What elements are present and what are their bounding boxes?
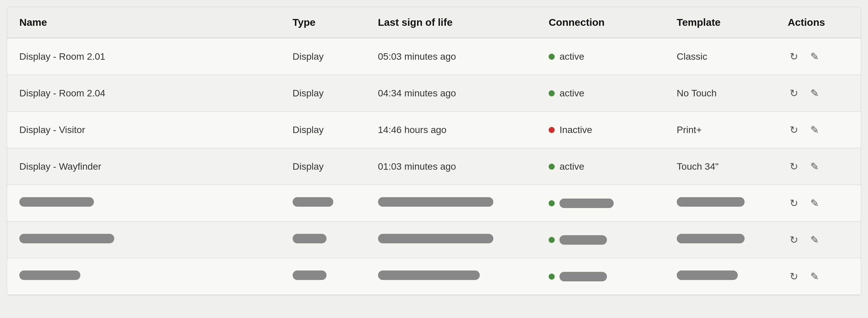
table-row-skeleton: ↻ ✎ — [7, 258, 861, 295]
cell-last-sign-of-life: 01:03 minutes ago — [366, 148, 537, 185]
header-connection: Connection — [536, 7, 665, 38]
connection-dot — [549, 237, 555, 243]
connection-dot — [549, 164, 555, 170]
header-last-sign-of-life: Last sign of life — [366, 7, 537, 38]
edit-button[interactable]: ✎ — [808, 158, 821, 174]
cell-type: Display — [280, 148, 366, 185]
skeleton-lsol — [366, 185, 537, 222]
cell-actions: ↻ ✎ — [775, 75, 861, 112]
header-template: Template — [665, 7, 775, 38]
refresh-button[interactable]: ↻ — [788, 195, 800, 211]
cell-type: Display — [280, 38, 366, 75]
skeleton-actions: ↻ ✎ — [775, 222, 861, 258]
cell-type: Display — [280, 75, 366, 112]
cell-actions: ↻ ✎ — [775, 148, 861, 185]
skeleton-connection — [536, 185, 665, 222]
refresh-button[interactable]: ↻ — [788, 232, 800, 248]
refresh-button[interactable]: ↻ — [788, 268, 800, 284]
skeleton-lsol — [366, 258, 537, 295]
table-header-row: Name Type Last sign of life Connection T… — [7, 7, 861, 38]
cell-connection: active — [536, 148, 665, 185]
connection-dot — [549, 200, 555, 206]
refresh-button[interactable]: ↻ — [788, 49, 800, 64]
skeleton-connection — [536, 222, 665, 258]
refresh-button[interactable]: ↻ — [788, 122, 800, 138]
skeleton-type — [280, 258, 366, 295]
skeleton-type — [280, 185, 366, 222]
cell-name: Display - Room 2.04 — [7, 75, 280, 112]
skeleton-name — [7, 258, 280, 295]
cell-name: Display - Room 2.01 — [7, 38, 280, 75]
devices-table-container: Name Type Last sign of life Connection T… — [7, 7, 861, 295]
cell-actions: ↻ ✎ — [775, 112, 861, 148]
devices-table: Name Type Last sign of life Connection T… — [7, 7, 861, 295]
edit-button[interactable]: ✎ — [808, 122, 821, 138]
connection-dot — [549, 90, 555, 96]
skeleton-actions: ↻ ✎ — [775, 185, 861, 222]
cell-name: Display - Wayfinder — [7, 148, 280, 185]
header-actions: Actions — [775, 7, 861, 38]
skeleton-name — [7, 222, 280, 258]
skeleton-template — [665, 185, 775, 222]
header-type: Type — [280, 7, 366, 38]
connection-status-text: active — [559, 51, 584, 62]
cell-last-sign-of-life: 05:03 minutes ago — [366, 38, 537, 75]
table-row: Display - Wayfinder Display 01:03 minute… — [7, 148, 861, 185]
edit-button[interactable]: ✎ — [808, 85, 821, 101]
table-row-skeleton: ↻ ✎ — [7, 185, 861, 222]
table-row: Display - Visitor Display 14:46 hours ag… — [7, 112, 861, 148]
header-name: Name — [7, 7, 280, 38]
cell-last-sign-of-life: 14:46 hours ago — [366, 112, 537, 148]
connection-status-text: active — [559, 88, 584, 99]
cell-connection: Inactive — [536, 112, 665, 148]
table-row: Display - Room 2.04 Display 04:34 minute… — [7, 75, 861, 112]
refresh-button[interactable]: ↻ — [788, 85, 800, 101]
connection-dot — [549, 54, 555, 60]
cell-template: Classic — [665, 38, 775, 75]
cell-connection: active — [536, 38, 665, 75]
cell-template: No Touch — [665, 75, 775, 112]
connection-status-text: Inactive — [559, 125, 592, 135]
cell-template: Print+ — [665, 112, 775, 148]
skeleton-connection — [536, 258, 665, 295]
connection-dot — [549, 274, 555, 280]
cell-type: Display — [280, 112, 366, 148]
connection-dot — [549, 127, 555, 133]
table-body: Display - Room 2.01 Display 05:03 minute… — [7, 38, 861, 295]
edit-button[interactable]: ✎ — [808, 195, 821, 211]
edit-button[interactable]: ✎ — [808, 268, 821, 284]
skeleton-lsol — [366, 222, 537, 258]
cell-connection: active — [536, 75, 665, 112]
cell-actions: ↻ ✎ — [775, 38, 861, 75]
connection-status-text: active — [559, 161, 584, 172]
skeleton-actions: ↻ ✎ — [775, 258, 861, 295]
table-row: Display - Room 2.01 Display 05:03 minute… — [7, 38, 861, 75]
cell-name: Display - Visitor — [7, 112, 280, 148]
table-row-skeleton: ↻ ✎ — [7, 222, 861, 258]
skeleton-template — [665, 258, 775, 295]
skeleton-name — [7, 185, 280, 222]
cell-template: Touch 34" — [665, 148, 775, 185]
edit-button[interactable]: ✎ — [808, 232, 821, 248]
skeleton-type — [280, 222, 366, 258]
cell-last-sign-of-life: 04:34 minutes ago — [366, 75, 537, 112]
edit-button[interactable]: ✎ — [808, 49, 821, 64]
skeleton-template — [665, 222, 775, 258]
refresh-button[interactable]: ↻ — [788, 158, 800, 174]
